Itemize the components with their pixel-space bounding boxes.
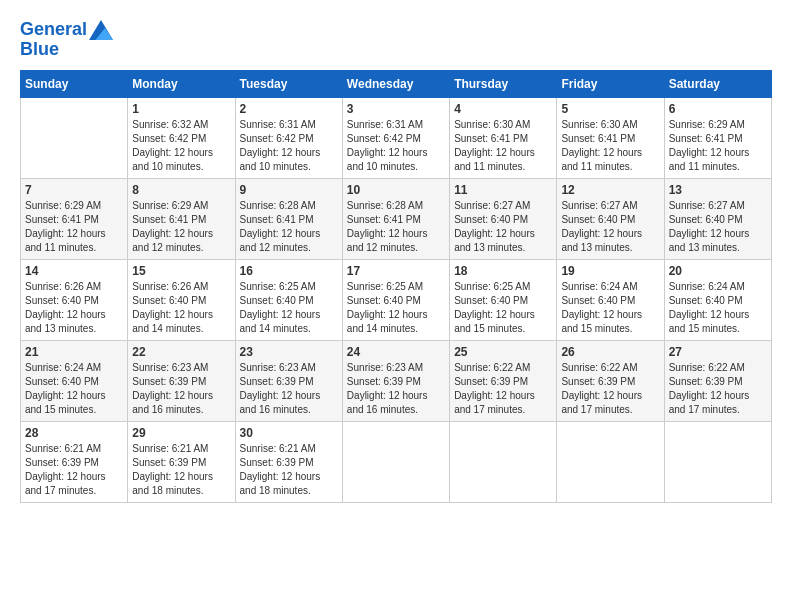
day-info: Sunrise: 6:29 AMSunset: 6:41 PMDaylight:…	[25, 199, 123, 255]
calendar-cell	[557, 421, 664, 502]
day-info: Sunrise: 6:28 AMSunset: 6:41 PMDaylight:…	[347, 199, 445, 255]
page-header: General Blue	[20, 20, 772, 60]
calendar-cell: 5Sunrise: 6:30 AMSunset: 6:41 PMDaylight…	[557, 97, 664, 178]
day-info: Sunrise: 6:24 AMSunset: 6:40 PMDaylight:…	[25, 361, 123, 417]
calendar-cell: 12Sunrise: 6:27 AMSunset: 6:40 PMDayligh…	[557, 178, 664, 259]
day-number: 25	[454, 345, 552, 359]
logo-icon	[89, 20, 113, 40]
calendar-cell: 17Sunrise: 6:25 AMSunset: 6:40 PMDayligh…	[342, 259, 449, 340]
calendar-week-3: 14Sunrise: 6:26 AMSunset: 6:40 PMDayligh…	[21, 259, 772, 340]
calendar-table: SundayMondayTuesdayWednesdayThursdayFrid…	[20, 70, 772, 503]
day-info: Sunrise: 6:22 AMSunset: 6:39 PMDaylight:…	[561, 361, 659, 417]
calendar-cell: 26Sunrise: 6:22 AMSunset: 6:39 PMDayligh…	[557, 340, 664, 421]
day-info: Sunrise: 6:31 AMSunset: 6:42 PMDaylight:…	[347, 118, 445, 174]
calendar-cell: 16Sunrise: 6:25 AMSunset: 6:40 PMDayligh…	[235, 259, 342, 340]
calendar-week-4: 21Sunrise: 6:24 AMSunset: 6:40 PMDayligh…	[21, 340, 772, 421]
calendar-cell: 15Sunrise: 6:26 AMSunset: 6:40 PMDayligh…	[128, 259, 235, 340]
day-info: Sunrise: 6:24 AMSunset: 6:40 PMDaylight:…	[669, 280, 767, 336]
calendar-week-5: 28Sunrise: 6:21 AMSunset: 6:39 PMDayligh…	[21, 421, 772, 502]
day-number: 10	[347, 183, 445, 197]
day-info: Sunrise: 6:26 AMSunset: 6:40 PMDaylight:…	[132, 280, 230, 336]
days-of-week-row: SundayMondayTuesdayWednesdayThursdayFrid…	[21, 70, 772, 97]
calendar-cell: 22Sunrise: 6:23 AMSunset: 6:39 PMDayligh…	[128, 340, 235, 421]
calendar-cell: 30Sunrise: 6:21 AMSunset: 6:39 PMDayligh…	[235, 421, 342, 502]
dow-header-thursday: Thursday	[450, 70, 557, 97]
day-number: 30	[240, 426, 338, 440]
calendar-cell: 1Sunrise: 6:32 AMSunset: 6:42 PMDaylight…	[128, 97, 235, 178]
calendar-cell: 29Sunrise: 6:21 AMSunset: 6:39 PMDayligh…	[128, 421, 235, 502]
calendar-cell: 2Sunrise: 6:31 AMSunset: 6:42 PMDaylight…	[235, 97, 342, 178]
calendar-cell: 19Sunrise: 6:24 AMSunset: 6:40 PMDayligh…	[557, 259, 664, 340]
day-info: Sunrise: 6:29 AMSunset: 6:41 PMDaylight:…	[669, 118, 767, 174]
calendar-cell: 28Sunrise: 6:21 AMSunset: 6:39 PMDayligh…	[21, 421, 128, 502]
calendar-cell: 8Sunrise: 6:29 AMSunset: 6:41 PMDaylight…	[128, 178, 235, 259]
logo-blue: Blue	[20, 40, 59, 60]
calendar-cell: 9Sunrise: 6:28 AMSunset: 6:41 PMDaylight…	[235, 178, 342, 259]
day-info: Sunrise: 6:31 AMSunset: 6:42 PMDaylight:…	[240, 118, 338, 174]
calendar-cell: 11Sunrise: 6:27 AMSunset: 6:40 PMDayligh…	[450, 178, 557, 259]
calendar-cell: 24Sunrise: 6:23 AMSunset: 6:39 PMDayligh…	[342, 340, 449, 421]
day-info: Sunrise: 6:27 AMSunset: 6:40 PMDaylight:…	[669, 199, 767, 255]
day-info: Sunrise: 6:30 AMSunset: 6:41 PMDaylight:…	[454, 118, 552, 174]
day-number: 12	[561, 183, 659, 197]
calendar-cell	[21, 97, 128, 178]
day-number: 24	[347, 345, 445, 359]
day-number: 8	[132, 183, 230, 197]
calendar-cell: 13Sunrise: 6:27 AMSunset: 6:40 PMDayligh…	[664, 178, 771, 259]
day-info: Sunrise: 6:24 AMSunset: 6:40 PMDaylight:…	[561, 280, 659, 336]
day-number: 23	[240, 345, 338, 359]
day-info: Sunrise: 6:21 AMSunset: 6:39 PMDaylight:…	[25, 442, 123, 498]
day-number: 1	[132, 102, 230, 116]
day-number: 27	[669, 345, 767, 359]
dow-header-sunday: Sunday	[21, 70, 128, 97]
day-number: 6	[669, 102, 767, 116]
day-number: 19	[561, 264, 659, 278]
day-number: 13	[669, 183, 767, 197]
day-info: Sunrise: 6:23 AMSunset: 6:39 PMDaylight:…	[240, 361, 338, 417]
day-number: 17	[347, 264, 445, 278]
day-info: Sunrise: 6:32 AMSunset: 6:42 PMDaylight:…	[132, 118, 230, 174]
logo-general: General	[20, 19, 87, 39]
day-number: 15	[132, 264, 230, 278]
day-info: Sunrise: 6:23 AMSunset: 6:39 PMDaylight:…	[132, 361, 230, 417]
day-number: 9	[240, 183, 338, 197]
calendar-cell: 23Sunrise: 6:23 AMSunset: 6:39 PMDayligh…	[235, 340, 342, 421]
calendar-cell: 4Sunrise: 6:30 AMSunset: 6:41 PMDaylight…	[450, 97, 557, 178]
calendar-week-1: 1Sunrise: 6:32 AMSunset: 6:42 PMDaylight…	[21, 97, 772, 178]
dow-header-tuesday: Tuesday	[235, 70, 342, 97]
day-number: 2	[240, 102, 338, 116]
calendar-cell: 21Sunrise: 6:24 AMSunset: 6:40 PMDayligh…	[21, 340, 128, 421]
day-number: 5	[561, 102, 659, 116]
day-number: 28	[25, 426, 123, 440]
day-info: Sunrise: 6:22 AMSunset: 6:39 PMDaylight:…	[669, 361, 767, 417]
day-number: 7	[25, 183, 123, 197]
day-info: Sunrise: 6:22 AMSunset: 6:39 PMDaylight:…	[454, 361, 552, 417]
calendar-cell: 7Sunrise: 6:29 AMSunset: 6:41 PMDaylight…	[21, 178, 128, 259]
day-info: Sunrise: 6:21 AMSunset: 6:39 PMDaylight:…	[240, 442, 338, 498]
day-number: 3	[347, 102, 445, 116]
day-number: 4	[454, 102, 552, 116]
day-number: 20	[669, 264, 767, 278]
day-number: 21	[25, 345, 123, 359]
day-number: 14	[25, 264, 123, 278]
dow-header-saturday: Saturday	[664, 70, 771, 97]
day-number: 16	[240, 264, 338, 278]
day-number: 26	[561, 345, 659, 359]
calendar-cell	[342, 421, 449, 502]
day-info: Sunrise: 6:29 AMSunset: 6:41 PMDaylight:…	[132, 199, 230, 255]
day-info: Sunrise: 6:28 AMSunset: 6:41 PMDaylight:…	[240, 199, 338, 255]
day-number: 11	[454, 183, 552, 197]
calendar-cell	[664, 421, 771, 502]
day-info: Sunrise: 6:27 AMSunset: 6:40 PMDaylight:…	[561, 199, 659, 255]
day-info: Sunrise: 6:27 AMSunset: 6:40 PMDaylight:…	[454, 199, 552, 255]
calendar-cell: 14Sunrise: 6:26 AMSunset: 6:40 PMDayligh…	[21, 259, 128, 340]
day-info: Sunrise: 6:21 AMSunset: 6:39 PMDaylight:…	[132, 442, 230, 498]
dow-header-wednesday: Wednesday	[342, 70, 449, 97]
dow-header-monday: Monday	[128, 70, 235, 97]
calendar-cell	[450, 421, 557, 502]
calendar-cell: 25Sunrise: 6:22 AMSunset: 6:39 PMDayligh…	[450, 340, 557, 421]
day-info: Sunrise: 6:30 AMSunset: 6:41 PMDaylight:…	[561, 118, 659, 174]
day-info: Sunrise: 6:25 AMSunset: 6:40 PMDaylight:…	[240, 280, 338, 336]
calendar-cell: 20Sunrise: 6:24 AMSunset: 6:40 PMDayligh…	[664, 259, 771, 340]
calendar-cell: 6Sunrise: 6:29 AMSunset: 6:41 PMDaylight…	[664, 97, 771, 178]
